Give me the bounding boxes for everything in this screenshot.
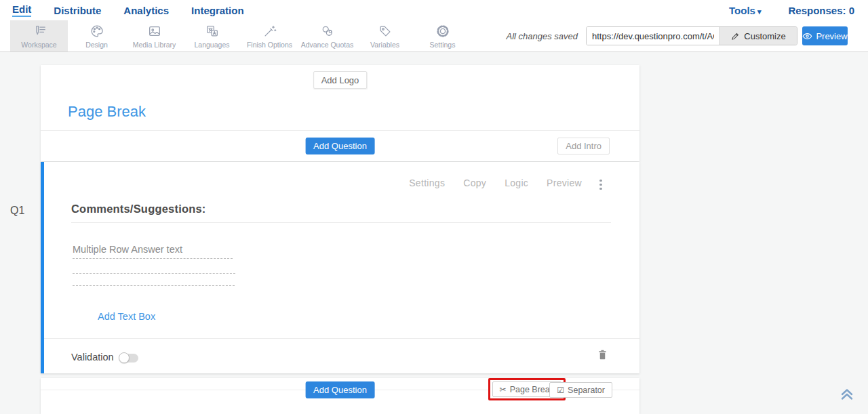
kebab-menu-icon[interactable] [596,177,606,192]
settings-icon [435,23,450,39]
toolbar-tab-label: Design [85,41,108,49]
workspace-icon [32,23,47,39]
scroll-to-top-button[interactable] [840,387,854,405]
toolbar-tab-advance-quotas[interactable]: Advance Quotas [298,20,356,51]
tools-dropdown[interactable]: Tools▾ [729,5,761,16]
nav-links: Edit Distribute Analytics Integration [12,0,244,20]
nav-item-edit[interactable]: Edit [12,3,31,17]
toolbar-tab-label: Finish Options [247,41,292,49]
toggle-knob [119,352,130,363]
toolbar-tab-label: Advance Quotas [301,41,354,49]
survey-url-input[interactable] [587,27,719,45]
answer-row-line[interactable] [73,273,235,274]
next-page-card: Add Question ✂ Page Break ☑ Separator [41,378,639,414]
save-status: All changes saved [506,20,578,51]
nav-right: Tools▾ Responses: 0 [729,0,854,20]
question-copy-link[interactable]: Copy [463,178,486,188]
toolbar-tab-settings[interactable]: Settings [414,20,471,51]
toolbar-tab-label: Variables [370,41,399,49]
separator-label: Separator [568,386,605,395]
question-preview-link[interactable]: Preview [547,178,582,188]
caret-down-icon: ▾ [757,7,762,16]
toolbar-tab-label: Languages [195,41,230,49]
toolbar-tab-design[interactable]: Design [68,20,125,51]
customize-button[interactable]: Customize [719,27,797,45]
divider [41,130,639,131]
media-library-icon [147,23,162,39]
tools-label: Tools [729,5,755,16]
add-logo-button[interactable]: Add Logo [313,71,368,89]
question-menu: Settings Copy Logic Preview [409,178,582,188]
pencil-icon [731,32,740,41]
checkbox-checked-icon: ☑ [557,386,564,395]
add-question-button[interactable]: Add Question [305,138,375,154]
add-question-button-bottom[interactable]: Add Question [305,381,375,398]
toolbar-tab-workspace[interactable]: Workspace [10,20,68,51]
survey-editor-screen: Edit Distribute Analytics Integration To… [0,0,868,414]
add-intro-button[interactable]: Add Intro [557,138,610,154]
toolbar-tab-media-library[interactable]: Media Library [125,20,183,51]
toolbar-tab-label: Media Library [133,41,176,49]
survey-url-group: Customize [586,26,797,45]
add-text-box-link[interactable]: Add Text Box [98,311,155,322]
responses-count[interactable]: Responses: 0 [788,5,854,16]
toolbar-tab-label: Settings [430,41,456,49]
question-title[interactable]: Comments/Suggestions: [71,203,206,215]
nav-item-distribute[interactable]: Distribute [54,5,101,16]
question-logic-link[interactable]: Logic [505,178,528,188]
double-chevron-up-icon [840,387,854,402]
nav-item-integration[interactable]: Integration [191,5,244,16]
customize-label: Customize [744,31,785,41]
divider [44,338,639,339]
answer-placeholder-text[interactable]: Multiple Row Answer text [73,244,182,255]
validation-label: Validation [71,352,114,363]
separator-button[interactable]: ☑ Separator [549,382,612,398]
languages-icon [205,23,220,39]
toolbar-tabs: Workspace Design Media Library Languages [10,20,471,51]
divider [71,222,611,223]
preview-button[interactable]: Preview [802,26,848,45]
answer-row-line[interactable] [73,258,233,259]
finish-options-icon [262,23,277,39]
top-nav: Edit Distribute Analytics Integration To… [0,0,868,20]
toolbar-tab-variables[interactable]: Variables [356,20,414,51]
toolbar-tab-finish-options[interactable]: Finish Options [241,20,298,51]
page-title[interactable]: Page Break [68,103,146,121]
eye-icon [802,33,812,40]
toolbar-tab-languages[interactable]: Languages [183,20,241,51]
variables-icon [378,23,393,39]
scissors-icon: ✂ [500,385,507,394]
question-settings-link[interactable]: Settings [409,178,445,188]
validation-toggle[interactable] [120,354,138,363]
nav-item-analytics[interactable]: Analytics [123,5,169,16]
advance-quotas-icon [320,23,335,39]
question-code: Q1 [10,205,24,217]
preview-label: Preview [816,31,847,41]
answer-row-line[interactable] [73,285,235,286]
editor-toolbar: Workspace Design Media Library Languages [0,20,868,52]
design-icon [90,23,104,39]
toolbar-tab-label: Workspace [21,41,56,49]
page-break-label: Page Break [510,385,554,394]
trash-icon[interactable] [597,349,608,365]
page-header-card: Add Logo Page Break Add Question Add Int… [41,65,639,161]
question-card: Settings Copy Logic Preview Comments/Sug… [41,162,639,373]
